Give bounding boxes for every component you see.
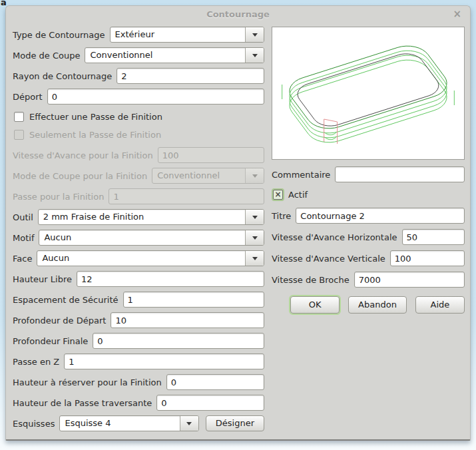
chevron-down-icon — [245, 210, 264, 224]
row-profondeur-de-depart: Profondeur de Départ — [13, 312, 264, 328]
row-vitesse-avance-finition: Vitesse d'Avance pour la Finition — [13, 147, 264, 163]
passe-en-z-input[interactable] — [64, 353, 264, 369]
motif-combobox[interactable]: Aucun — [39, 230, 264, 246]
deport-input[interactable] — [47, 89, 264, 105]
row-esquisses: EsquissesEsquisse 4Désigner — [13, 415, 264, 431]
profondeur-finale-input[interactable] — [93, 333, 264, 349]
toolpath-loop-3 — [282, 51, 454, 143]
chevron-down-icon — [180, 416, 198, 431]
actif-label: Actif — [288, 190, 308, 200]
chevron-down-icon — [245, 27, 264, 42]
esquisses-label: Esquisses — [13, 419, 55, 429]
mode-de-coupe-label: Mode de Coupe — [13, 51, 80, 61]
row-espacement-de-securite: Espacement de Sécurité — [13, 292, 264, 308]
vitesse-avance-verticale-input[interactable] — [390, 250, 465, 266]
outil-combobox[interactable]: 2 mm Fraise de Finition — [38, 209, 264, 225]
vitesse-avance-verticale-label: Vitesse d'Avance Verticale — [272, 254, 385, 264]
passe-pour-finition-input — [109, 188, 264, 204]
hauteur-libre-input[interactable] — [77, 271, 264, 287]
chevron-down-icon — [245, 251, 264, 266]
commentaire-label: Commentaire — [272, 170, 330, 180]
toolpath-preview — [272, 27, 465, 160]
titlebar[interactable]: Contournage × — [6, 6, 470, 23]
row-commentaire: Commentaire — [272, 166, 465, 182]
cancel-button[interactable]: Abandon — [348, 296, 407, 314]
seulement-passe-finition-checkbox — [14, 130, 24, 140]
hauteur-passe-traversante-input[interactable] — [156, 395, 264, 411]
right-panel: Commentaire × Actif Titre Vitesse d'Avan… — [272, 27, 465, 436]
actif-checkbox[interactable]: × — [273, 190, 283, 200]
contournage-dialog: Contournage × Type de ContournageExtérie… — [5, 5, 471, 441]
hauteur-a-reserver-finition-input[interactable] — [166, 374, 264, 390]
toolpath-loop-2 — [282, 46, 454, 138]
chevron-down-icon — [245, 230, 264, 245]
mode-coupe-finition-combobox: Conventionnel — [152, 168, 264, 184]
help-button[interactable]: Aide — [415, 296, 465, 314]
dialog-buttons: OK Abandon Aide — [290, 296, 465, 314]
row-face: FaceAucun — [13, 250, 264, 266]
dialog-title: Contournage — [206, 9, 270, 19]
espacement-de-securite-input[interactable] — [123, 292, 264, 308]
row-rayon-de-contournage: Rayon de Contournage — [13, 68, 264, 84]
row-passe-en-z: Passe en Z — [13, 353, 264, 369]
designer-button[interactable]: Désigner — [206, 415, 264, 431]
dialog-content: Type de ContournageExtérieurMode de Coup… — [6, 23, 470, 436]
row-outil: Outil2 mm Fraise de Finition — [13, 209, 264, 225]
row-seulement-passe-finition: Seulement la Passe de Finition — [14, 129, 264, 140]
rayon-de-contournage-input[interactable] — [117, 68, 264, 84]
motif-label: Motif — [13, 233, 34, 243]
close-icon[interactable]: × — [453, 9, 461, 19]
row-type-de-contournage: Type de ContournageExtérieur — [13, 27, 264, 43]
outil-selected-value: 2 mm Fraise de Finition — [39, 210, 245, 224]
type-de-contournage-label: Type de Contournage — [13, 30, 105, 40]
passe-en-z-label: Passe en Z — [13, 357, 59, 367]
face-combobox[interactable]: Aucun — [37, 250, 264, 266]
vitesse-avance-finition-label: Vitesse d'Avance pour la Finition — [13, 150, 153, 160]
mode-de-coupe-selected-value: Conventionnel — [85, 48, 245, 63]
vitesse-avance-horizontale-label: Vitesse d'Avance Horizontale — [272, 232, 397, 242]
left-panel: Type de ContournageExtérieurMode de Coup… — [13, 27, 264, 436]
row-titre: Titre — [272, 208, 465, 224]
titre-label: Titre — [272, 211, 291, 221]
toolpath-loop-top — [282, 41, 454, 134]
esquisses-selected-value: Esquisse 4 — [60, 416, 179, 431]
profondeur-de-depart-input[interactable] — [111, 312, 264, 328]
type-de-contournage-selected-value: Extérieur — [111, 27, 245, 42]
effectuer-passe-finition-label: Effectuer une Passe de Finition — [29, 112, 162, 122]
row-hauteur-libre: Hauteur Libre — [13, 271, 264, 287]
vitesse-de-broche-input[interactable] — [354, 272, 465, 288]
type-de-contournage-combobox[interactable]: Extérieur — [110, 27, 264, 43]
hauteur-passe-traversante-label: Hauteur de la Passe traversante — [13, 398, 152, 408]
seulement-passe-finition-label: Seulement la Passe de Finition — [29, 130, 161, 140]
ok-button[interactable]: OK — [290, 296, 340, 314]
outil-label: Outil — [13, 212, 33, 222]
vitesse-de-broche-label: Vitesse de Broche — [272, 275, 350, 285]
row-hauteur-passe-traversante: Hauteur de la Passe traversante — [13, 395, 264, 411]
row-hauteur-a-reserver-finition: Hauteur à réserver pour la Finition — [13, 374, 264, 390]
row-deport: Déport — [13, 89, 264, 105]
row-vitesse-de-broche: Vitesse de Broche — [272, 272, 465, 288]
face-selected-value: Aucun — [37, 251, 245, 266]
mode-coupe-finition-label: Mode de Coupe pour la Finition — [13, 171, 147, 181]
leadin-marker — [324, 119, 338, 144]
mode-de-coupe-combobox[interactable]: Conventionnel — [85, 47, 264, 63]
vitesse-avance-finition-input — [158, 147, 264, 163]
commentaire-input[interactable] — [335, 166, 465, 182]
motif-selected-value: Aucun — [39, 230, 245, 245]
titre-input[interactable] — [296, 208, 465, 224]
rayon-de-contournage-label: Rayon de Contournage — [13, 71, 112, 81]
esquisses-combobox[interactable]: Esquisse 4 — [59, 415, 198, 431]
face-label: Face — [13, 254, 32, 264]
effectuer-passe-finition-checkbox[interactable] — [14, 112, 24, 122]
deport-label: Déport — [13, 92, 43, 102]
hauteur-a-reserver-finition-label: Hauteur à réserver pour la Finition — [13, 377, 162, 387]
passe-pour-finition-label: Passe pour la Finition — [13, 192, 104, 202]
row-mode-de-coupe: Mode de CoupeConventionnel — [13, 47, 264, 63]
vitesse-avance-horizontale-input[interactable] — [402, 229, 465, 245]
row-passe-pour-finition: Passe pour la Finition — [13, 188, 264, 204]
row-mode-coupe-finition: Mode de Coupe pour la FinitionConvention… — [13, 168, 264, 184]
hauteur-libre-label: Hauteur Libre — [13, 274, 72, 284]
row-vitesse-avance-horizontale: Vitesse d'Avance Horizontale — [272, 229, 465, 245]
row-actif: × Actif — [273, 189, 465, 200]
row-effectuer-passe-finition: Effectuer une Passe de Finition — [14, 111, 264, 122]
